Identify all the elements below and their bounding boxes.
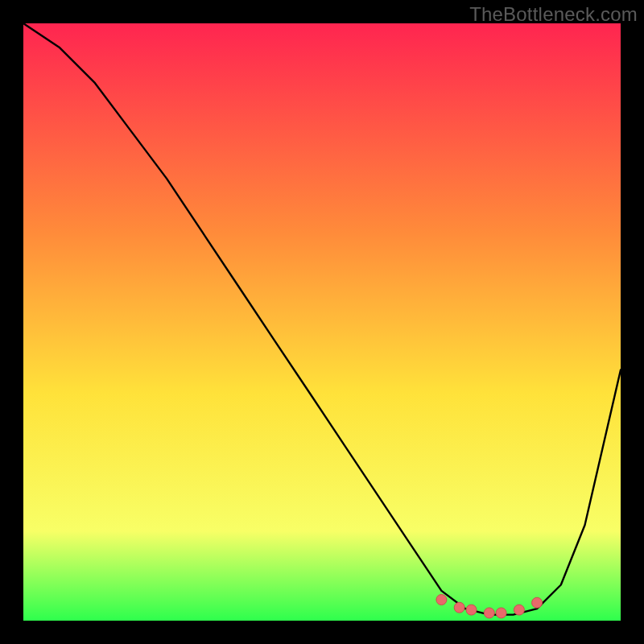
marker-point [514,605,524,615]
marker-point [466,605,477,615]
bottleneck-chart [23,23,621,621]
gradient-background [23,23,621,621]
watermark-text: TheBottleneck.com [469,3,638,26]
marker-point [454,602,464,613]
marker-point [532,597,543,608]
marker-point [484,608,494,618]
marker-point [436,595,447,605]
chart-frame [23,23,621,621]
marker-point [496,608,506,618]
